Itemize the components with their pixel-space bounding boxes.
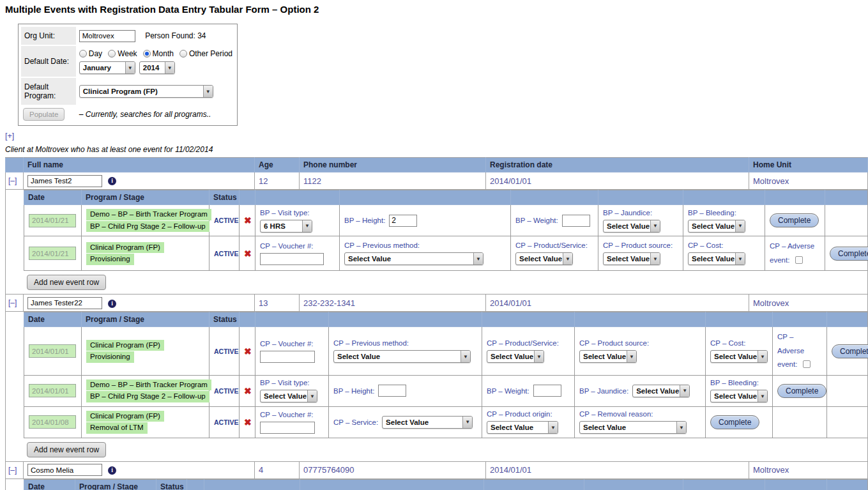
field-select[interactable]: Select Value▼ (487, 350, 544, 363)
field-cell: BP – Jaundice:Select Value▼ (575, 375, 706, 406)
radio-day-control[interactable] (79, 50, 87, 57)
complete-button[interactable]: Complete (832, 344, 868, 358)
field-input[interactable] (389, 215, 417, 227)
complete-cell: Complete (825, 236, 868, 271)
field-input[interactable] (260, 253, 324, 265)
event-date-input[interactable] (29, 247, 76, 260)
collapse-cell: [–] (6, 295, 24, 312)
field-select[interactable]: Select Value▼ (333, 350, 471, 363)
col-header-full-name: Full name (24, 158, 255, 172)
default-program-select[interactable]: Clinical Program (FP)▼ (79, 85, 213, 98)
event-date-input[interactable] (29, 384, 76, 397)
field-input[interactable] (378, 385, 406, 397)
radio-other-period[interactable]: Other Period (179, 49, 232, 58)
delete-event-icon[interactable]: ✖ (244, 386, 252, 396)
adverse-event-checkbox[interactable] (803, 360, 811, 368)
delete-event-icon[interactable]: ✖ (244, 215, 252, 226)
field-select[interactable]: Select Value▼ (603, 220, 660, 233)
person-found-text: Person Found: 34 (145, 31, 206, 40)
collapse-client-link[interactable]: [–] (8, 176, 17, 185)
info-icon[interactable]: i (108, 466, 116, 475)
event-col-header-empty (482, 312, 575, 327)
adverse-event-checkbox[interactable] (795, 256, 803, 264)
info-icon[interactable]: i (108, 177, 116, 185)
client-name-input[interactable] (27, 297, 102, 309)
page-title: Multiple Events with Registration Data E… (5, 4, 868, 15)
field-cell: CP – Product source:Select Value▼ (598, 236, 683, 271)
chevron-down-icon: ▼ (307, 390, 317, 402)
field-select[interactable]: Select Value▼ (603, 252, 660, 265)
delete-event-icon[interactable]: ✖ (244, 249, 252, 259)
add-event-row-button[interactable]: Add new event row (27, 442, 106, 457)
radio-week-control[interactable] (108, 50, 116, 57)
event-col-header: Date (24, 190, 82, 205)
field-cell: BP – Weight: (511, 205, 598, 236)
month-select[interactable]: January▼ (79, 61, 135, 74)
status-text: ACTIVE (214, 418, 239, 426)
program-stage-badge: Demo – BP – Birth Tracker Program (86, 379, 211, 391)
radio-month[interactable]: Month (143, 49, 174, 58)
field-input[interactable] (260, 351, 315, 363)
event-date-input[interactable] (29, 214, 76, 227)
radio-other-period-control[interactable] (179, 50, 187, 57)
period-radio-group: Day Week Month Other Period (79, 49, 232, 58)
radio-day[interactable]: Day (79, 49, 102, 58)
delete-event-icon[interactable]: ✖ (244, 417, 252, 427)
program-stage-cell: Clinical Program (FP)Removal of LTM (82, 406, 209, 438)
field-select[interactable]: Select Value▼ (382, 416, 473, 429)
client-name-input[interactable] (27, 175, 102, 187)
chevron-down-icon: ▼ (627, 351, 636, 362)
field-select[interactable]: 6 HRS▼ (260, 220, 312, 233)
event-col-header-empty (575, 312, 706, 327)
client-registration-date: 2014/01/01 (486, 172, 749, 190)
complete-button[interactable]: Complete (770, 213, 819, 227)
field-select[interactable]: Select Value▼ (487, 421, 558, 434)
event-date-input[interactable] (29, 415, 76, 429)
complete-button[interactable]: Complete (830, 247, 868, 261)
field-select[interactable]: Select Value▼ (688, 220, 745, 233)
event-col-header-empty (187, 479, 204, 490)
field-select[interactable]: Select Value▼ (579, 421, 687, 434)
delete-event-cell: ✖ (240, 327, 255, 376)
field-select[interactable]: Select Value▼ (579, 350, 637, 363)
year-select[interactable]: 2014▼ (139, 61, 175, 74)
field-label: BP – Jaundice: (579, 387, 628, 395)
expand-all-link[interactable]: [+] (5, 132, 14, 141)
event-col-header: Program / Stage (82, 190, 209, 205)
field-input[interactable] (533, 385, 561, 397)
field-select[interactable]: Select Value▼ (710, 350, 768, 363)
complete-button[interactable]: Complete (710, 415, 759, 429)
add-event-row-button[interactable]: Add new event row (27, 275, 106, 290)
client-name-input[interactable] (27, 464, 102, 476)
field-select[interactable]: Select Value▼ (710, 390, 768, 402)
complete-cell: Complete (706, 406, 773, 438)
complete-button[interactable]: Complete (777, 384, 826, 398)
collapse-client-link[interactable]: [–] (8, 466, 17, 475)
radio-week[interactable]: Week (108, 49, 137, 58)
field-input[interactable] (562, 215, 590, 227)
client-home-unit: Moltrovex (749, 461, 868, 479)
populate-button[interactable]: Populate (23, 108, 65, 121)
events-header-row: DateProgram / StageStatus (24, 312, 868, 327)
field-select[interactable]: Select Value▼ (515, 252, 573, 265)
field-cell: CP – Voucher #: (255, 327, 329, 376)
events-table: DateProgram / StageStatusDemo – BP – Bir… (24, 190, 868, 271)
field-select[interactable]: Select Value▼ (688, 252, 745, 265)
event-col-header-empty (825, 190, 868, 205)
field-select[interactable]: Select Value▼ (344, 252, 483, 265)
delete-event-icon[interactable]: ✖ (244, 346, 252, 356)
field-cell: BP – Height: (340, 205, 511, 236)
radio-month-control[interactable] (143, 50, 151, 57)
event-row: Clinical Program (FP)ProvisioningACTIVE✖… (24, 236, 868, 271)
event-col-header-empty (300, 479, 484, 490)
collapse-client-link[interactable]: [–] (8, 298, 17, 307)
field-select[interactable]: Select Value▼ (260, 390, 317, 402)
event-date-input[interactable] (29, 344, 76, 358)
org-unit-input[interactable] (79, 30, 135, 42)
field-select[interactable]: Select Value▼ (632, 385, 690, 397)
status-text: ACTIVE (214, 348, 239, 355)
info-icon[interactable]: i (108, 300, 116, 308)
chevron-down-icon: ▼ (302, 220, 312, 232)
complete-cell: Complete (827, 327, 868, 376)
field-input[interactable] (260, 422, 315, 434)
